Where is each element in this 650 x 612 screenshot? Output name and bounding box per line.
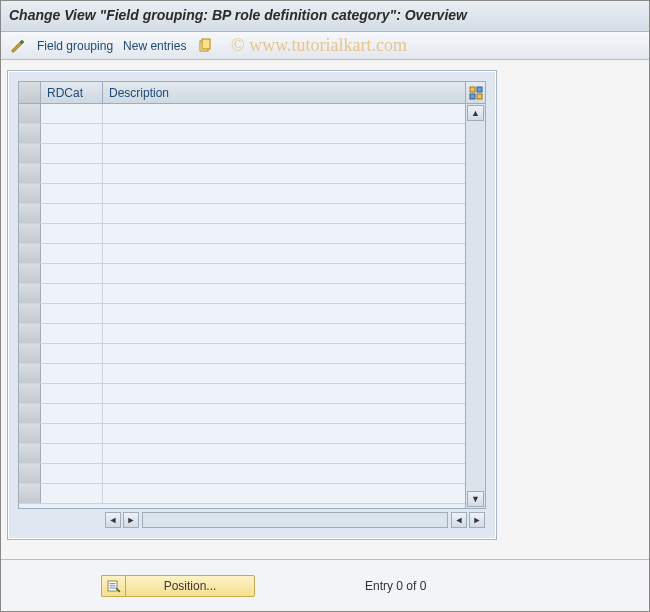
window-title: Change View "Field grouping: BP role def… xyxy=(1,1,649,32)
row-select-handle[interactable] xyxy=(19,384,41,403)
row-select-handle[interactable] xyxy=(19,404,41,423)
row-select-handle[interactable] xyxy=(19,124,41,143)
copy-as-icon[interactable] xyxy=(196,37,214,55)
toggle-display-change-icon[interactable] xyxy=(9,37,27,55)
cell-description[interactable] xyxy=(103,144,465,163)
cell-description[interactable] xyxy=(103,384,465,403)
cell-description[interactable] xyxy=(103,284,465,303)
cell-rdcat[interactable] xyxy=(41,464,103,483)
cell-rdcat[interactable] xyxy=(41,344,103,363)
scroll-up-icon[interactable]: ▲ xyxy=(467,105,484,121)
scroll-right-step-icon[interactable]: ► xyxy=(123,512,139,528)
svg-rect-3 xyxy=(477,87,482,92)
cell-rdcat[interactable] xyxy=(41,424,103,443)
svg-rect-9 xyxy=(109,587,115,588)
column-header-description[interactable]: Description xyxy=(103,82,465,103)
cell-description[interactable] xyxy=(103,204,465,223)
row-select-handle[interactable] xyxy=(19,484,41,503)
cell-description[interactable] xyxy=(103,344,465,363)
cell-rdcat[interactable] xyxy=(41,384,103,403)
table-row xyxy=(19,224,465,244)
cell-rdcat[interactable] xyxy=(41,444,103,463)
table-header-row: RDCat Description xyxy=(19,82,485,104)
cell-description[interactable] xyxy=(103,484,465,503)
row-select-handle[interactable] xyxy=(19,164,41,183)
table-row xyxy=(19,304,465,324)
cell-description[interactable] xyxy=(103,324,465,343)
cell-rdcat[interactable] xyxy=(41,364,103,383)
cell-description[interactable] xyxy=(103,264,465,283)
scroll-track-vertical[interactable] xyxy=(466,122,485,490)
vertical-scrollbar[interactable]: ▲ ▼ xyxy=(465,104,485,508)
cell-rdcat[interactable] xyxy=(41,224,103,243)
cell-description[interactable] xyxy=(103,244,465,263)
cell-rdcat[interactable] xyxy=(41,204,103,223)
cell-rdcat[interactable] xyxy=(41,404,103,423)
table-row xyxy=(19,364,465,384)
cell-rdcat[interactable] xyxy=(41,124,103,143)
cell-rdcat[interactable] xyxy=(41,244,103,263)
field-grouping-button[interactable]: Field grouping xyxy=(37,39,113,53)
cell-rdcat[interactable] xyxy=(41,164,103,183)
cell-description[interactable] xyxy=(103,224,465,243)
row-select-handle[interactable] xyxy=(19,204,41,223)
row-select-handle[interactable] xyxy=(19,364,41,383)
row-select-handle[interactable] xyxy=(19,244,41,263)
svg-rect-1 xyxy=(202,39,210,49)
table-row xyxy=(19,444,465,464)
row-select-handle[interactable] xyxy=(19,284,41,303)
cell-rdcat[interactable] xyxy=(41,284,103,303)
cell-rdcat[interactable] xyxy=(41,324,103,343)
position-icon[interactable] xyxy=(101,575,125,597)
cell-description[interactable] xyxy=(103,104,465,123)
row-select-handle[interactable] xyxy=(19,184,41,203)
cell-rdcat[interactable] xyxy=(41,184,103,203)
svg-rect-8 xyxy=(109,585,115,586)
row-select-handle[interactable] xyxy=(19,144,41,163)
cell-description[interactable] xyxy=(103,464,465,483)
row-select-handle[interactable] xyxy=(19,304,41,323)
table-row xyxy=(19,204,465,224)
cell-description[interactable] xyxy=(103,444,465,463)
table-row xyxy=(19,144,465,164)
row-select-handle[interactable] xyxy=(19,324,41,343)
cell-description[interactable] xyxy=(103,364,465,383)
table-row xyxy=(19,344,465,364)
cell-rdcat[interactable] xyxy=(41,104,103,123)
column-header-rdcat[interactable]: RDCat xyxy=(41,82,103,103)
table-row xyxy=(19,484,465,504)
table-row xyxy=(19,384,465,404)
row-select-handle[interactable] xyxy=(19,444,41,463)
cell-description[interactable] xyxy=(103,124,465,143)
scroll-down-icon[interactable]: ▼ xyxy=(467,491,484,507)
row-select-handle[interactable] xyxy=(19,424,41,443)
row-select-handle[interactable] xyxy=(19,224,41,243)
svg-rect-4 xyxy=(470,94,475,99)
position-button[interactable]: Position... xyxy=(101,575,255,597)
new-entries-button[interactable]: New entries xyxy=(123,39,186,53)
entry-count-text: Entry 0 of 0 xyxy=(365,579,426,593)
cell-description[interactable] xyxy=(103,184,465,203)
row-select-handle[interactable] xyxy=(19,464,41,483)
select-all-handle[interactable] xyxy=(19,82,41,103)
table-row xyxy=(19,264,465,284)
scroll-left-end-icon[interactable]: ◄ xyxy=(451,512,467,528)
scroll-left-icon[interactable]: ◄ xyxy=(105,512,121,528)
cell-description[interactable] xyxy=(103,404,465,423)
cell-rdcat[interactable] xyxy=(41,304,103,323)
cell-description[interactable] xyxy=(103,164,465,183)
cell-description[interactable] xyxy=(103,424,465,443)
scroll-right-end-icon[interactable]: ► xyxy=(469,512,485,528)
row-select-handle[interactable] xyxy=(19,344,41,363)
table-settings-icon[interactable] xyxy=(465,82,485,103)
cell-rdcat[interactable] xyxy=(41,264,103,283)
cell-rdcat[interactable] xyxy=(41,144,103,163)
cell-description[interactable] xyxy=(103,304,465,323)
row-select-handle[interactable] xyxy=(19,104,41,123)
row-select-handle[interactable] xyxy=(19,264,41,283)
position-button-label[interactable]: Position... xyxy=(125,575,255,597)
cell-rdcat[interactable] xyxy=(41,484,103,503)
table-row xyxy=(19,184,465,204)
scroll-track-horizontal[interactable] xyxy=(142,512,448,528)
horizontal-scrollbar[interactable]: ◄ ► ◄ ► xyxy=(18,511,486,529)
